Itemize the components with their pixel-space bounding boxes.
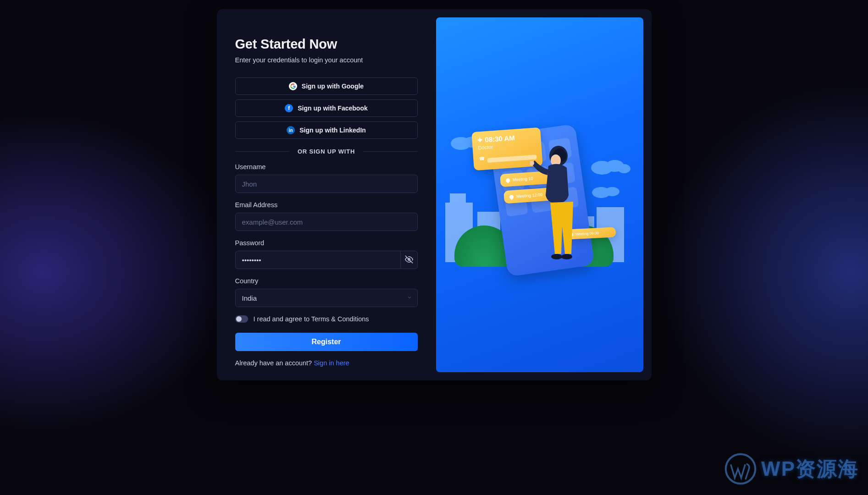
terms-toggle[interactable] — [235, 315, 248, 323]
email-label: Email Address — [235, 201, 418, 209]
password-input[interactable] — [235, 251, 400, 269]
svg-point-20 — [726, 454, 755, 484]
cloud-icon — [586, 155, 632, 175]
svg-point-6 — [618, 164, 630, 173]
svg-point-18 — [551, 254, 562, 259]
divider: OR SIGN UP WITH — [235, 148, 418, 155]
terms-text: I read and agree to Terms & Conditions — [254, 315, 369, 323]
toggle-password-button[interactable] — [400, 251, 418, 269]
facebook-icon: f — [285, 104, 293, 112]
register-button[interactable]: Register — [235, 333, 418, 351]
signin-link[interactable]: Sign in here — [314, 359, 349, 367]
eye-off-icon — [405, 255, 413, 265]
linkedin-icon: in — [287, 126, 295, 134]
signin-prompt: Already have an account? Sign in here — [235, 359, 418, 367]
signup-google-button[interactable]: Sign up with Google — [235, 77, 418, 95]
password-label: Password — [235, 239, 418, 247]
person-illustration — [530, 142, 581, 270]
facebook-button-label: Sign up with Facebook — [298, 104, 367, 112]
country-label: Country — [235, 277, 418, 285]
page-title: Get Started Now — [235, 37, 418, 52]
google-button-label: Sign up with Google — [302, 82, 364, 90]
signup-card: Get Started Now Enter your credentials t… — [217, 9, 652, 380]
signup-linkedin-button[interactable]: in Sign up with LinkedIn — [235, 121, 418, 139]
page-subtitle: Enter your credentials to login your acc… — [235, 56, 418, 64]
svg-point-19 — [561, 254, 572, 259]
wordpress-icon — [724, 453, 757, 485]
signup-facebook-button[interactable]: f Sign up with Facebook — [235, 99, 418, 117]
register-button-label: Register — [311, 338, 341, 346]
google-icon — [289, 82, 297, 90]
form-panel: Get Started Now Enter your credentials t… — [217, 9, 436, 380]
username-label: Username — [235, 163, 418, 170]
linkedin-button-label: Sign up with LinkedIn — [299, 126, 366, 134]
illustration-panel: ✚08:30 AM Doctor ☎ Meeting 10 Meeting 12… — [436, 17, 643, 372]
country-select[interactable]: India — [235, 289, 418, 307]
email-input[interactable] — [235, 213, 418, 231]
watermark: WP资源海 — [724, 453, 859, 485]
username-input[interactable] — [235, 175, 418, 193]
divider-label: OR SIGN UP WITH — [289, 148, 363, 155]
svg-rect-10 — [450, 193, 466, 203]
